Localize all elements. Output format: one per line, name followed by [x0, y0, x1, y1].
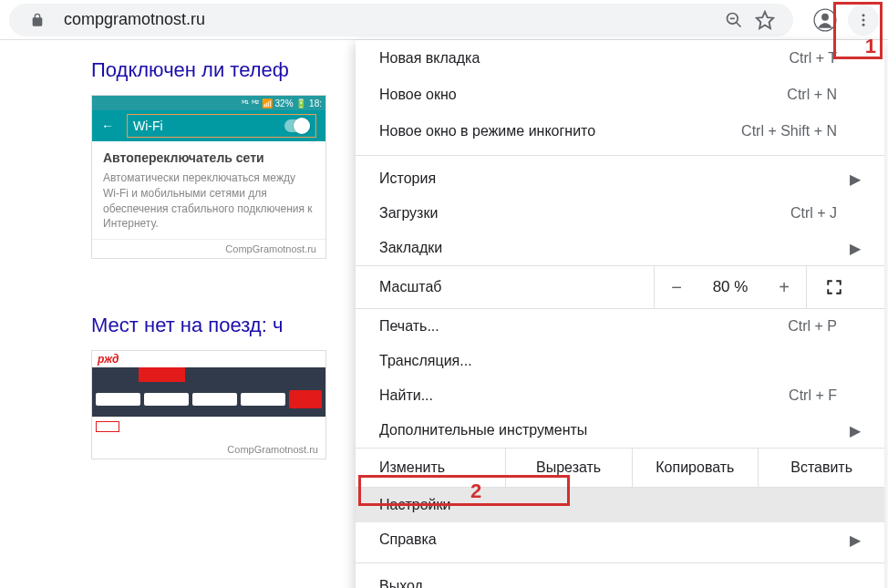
- edit-paste[interactable]: Вставить: [758, 449, 884, 487]
- menu-new-tab[interactable]: Новая вкладка Ctrl + T: [356, 40, 884, 77]
- svg-point-8: [862, 23, 865, 26]
- wifi-label: Wi-Fi: [133, 119, 163, 133]
- zoom-out-icon[interactable]: [718, 5, 749, 36]
- back-arrow-icon: ←: [101, 119, 114, 133]
- svg-marker-3: [757, 11, 773, 27]
- svg-point-5: [821, 13, 829, 20]
- url-text[interactable]: compgramotnost.ru: [64, 10, 718, 29]
- zoom-out-button[interactable]: −: [655, 277, 698, 298]
- chevron-right-icon: ▶: [844, 240, 861, 257]
- zoom-in-button[interactable]: +: [762, 277, 806, 298]
- menu-bookmarks[interactable]: Закладки ▶: [356, 231, 884, 265]
- svg-point-6: [862, 14, 865, 16]
- rzd-logo: ржд: [92, 351, 325, 367]
- chevron-right-icon: ▶: [844, 422, 861, 439]
- page-content: Подключен ли телеф ᴹ¹ ᴹ² 📶 32% 🔋 18: ← W…: [0, 40, 356, 478]
- menu-settings[interactable]: Настройки: [356, 488, 884, 522]
- zoom-value: 80 %: [698, 278, 762, 296]
- edit-copy[interactable]: Копировать: [632, 449, 759, 487]
- profile-icon[interactable]: [810, 5, 841, 36]
- chevron-right-icon: ▶: [844, 531, 861, 549]
- chevron-right-icon: ▶: [844, 170, 861, 188]
- star-icon[interactable]: [749, 5, 780, 36]
- address-bar: compgramotnost.ru: [0, 0, 888, 40]
- menu-history[interactable]: История ▶: [356, 161, 884, 196]
- svg-point-7: [862, 18, 865, 21]
- rzd-card-footer: CompGramotnost.ru: [92, 442, 325, 459]
- edit-cut[interactable]: Вырезать: [505, 449, 632, 487]
- wifi-toggle-row: Wi-Fi: [127, 114, 316, 138]
- kebab-menu-icon[interactable]: [848, 5, 879, 36]
- menu-cast[interactable]: Трансляция...: [356, 344, 884, 378]
- menu-edit-row: Изменить Вырезать Копировать Вставить: [356, 448, 884, 488]
- wifi-card-footer: CompGramotnost.ru: [92, 239, 325, 258]
- android-status-bar: ᴹ¹ ᴹ² 📶 32% 🔋 18:: [92, 96, 325, 110]
- fullscreen-icon[interactable]: [806, 266, 861, 308]
- menu-new-incognito[interactable]: Новое окно в режиме инкогнито Ctrl + Shi…: [356, 113, 884, 150]
- rzd-bottom: [92, 417, 325, 442]
- rzd-screenshot-card: ржд CompGramotnost.ru: [91, 350, 326, 459]
- rzd-search-panel: [92, 382, 325, 417]
- menu-print[interactable]: Печать... Ctrl + P: [356, 309, 884, 344]
- edit-label: Изменить: [356, 449, 505, 487]
- wifi-body-title: Автопереключатель сети: [103, 150, 315, 165]
- post1-link[interactable]: Подключен ли телеф: [91, 58, 356, 82]
- toggle-switch: [284, 119, 310, 132]
- menu-downloads[interactable]: Загрузки Ctrl + J: [356, 196, 884, 231]
- menu-zoom: Масштаб − 80 % +: [356, 265, 884, 309]
- wifi-screenshot-card: ᴹ¹ ᴹ² 📶 32% 🔋 18: ← Wi-Fi Автопереключат…: [91, 95, 326, 259]
- menu-exit[interactable]: Выход: [356, 569, 884, 588]
- menu-separator: [356, 155, 884, 156]
- chrome-menu: Новая вкладка Ctrl + T Новое окно Ctrl +…: [356, 40, 884, 588]
- menu-find[interactable]: Найти... Ctrl + F: [356, 378, 884, 413]
- omnibox[interactable]: compgramotnost.ru: [9, 4, 793, 36]
- wifi-header: ← Wi-Fi: [92, 110, 325, 141]
- menu-help[interactable]: Справка ▶: [356, 522, 884, 557]
- post2-link[interactable]: Мест нет на поезд: ч: [91, 314, 356, 337]
- menu-new-window[interactable]: Новое окно Ctrl + N: [356, 77, 884, 113]
- svg-line-1: [737, 22, 741, 26]
- rzd-nav: [92, 367, 325, 382]
- wifi-body-desc: Автоматически переключаться между Wi-Fi …: [103, 170, 315, 232]
- menu-moretools[interactable]: Дополнительные инструменты ▶: [356, 413, 884, 448]
- lock-icon: [22, 5, 53, 36]
- menu-separator: [356, 562, 884, 563]
